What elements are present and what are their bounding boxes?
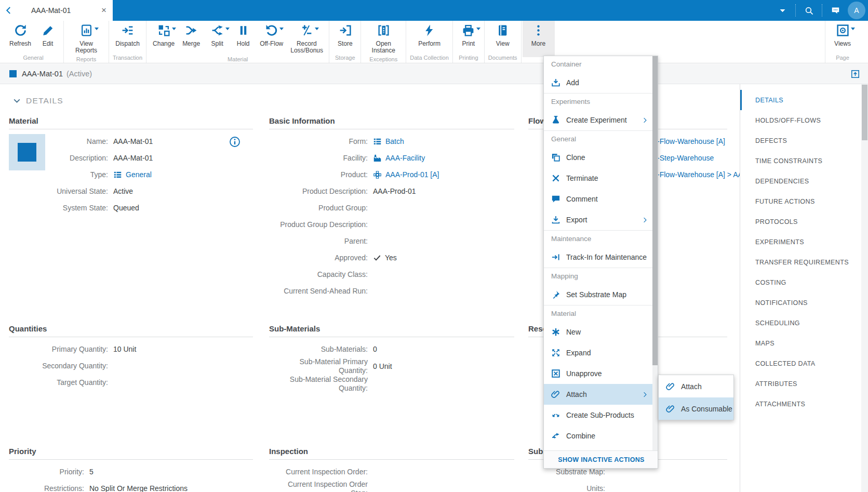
menu-item-comment[interactable]: Comment xyxy=(544,189,653,209)
sidebar-item-protocols[interactable]: PROTOCOLS xyxy=(740,211,861,232)
section-material: MaterialName:AAA-Mat-01Description:AAA-M… xyxy=(9,115,253,216)
page-scrollbar[interactable] xyxy=(861,84,868,492)
merge-icon xyxy=(185,24,198,37)
ribbon-button-record-loss-bonus[interactable]: Record Loss/Bonus xyxy=(287,21,326,55)
ribbon-button-view[interactable]: View xyxy=(490,21,516,48)
sidebar-item-future-actions[interactable]: FUTURE ACTIONS xyxy=(740,191,861,211)
menu-scrollbar-thumb[interactable] xyxy=(652,56,658,365)
ribbon-button-edit[interactable]: Edit xyxy=(35,21,61,48)
page-scrollbar-thumb[interactable] xyxy=(862,85,867,140)
ribbon-button-label: Change xyxy=(153,41,175,47)
more-actions-menu: ContainerAddExperimentsCreate Experiment… xyxy=(543,56,658,469)
menu-item-new[interactable]: New xyxy=(544,322,653,342)
info-icon[interactable] xyxy=(229,136,241,148)
menu-item-track-in-for-maintenance[interactable]: Track-In for Maintenance xyxy=(544,247,653,268)
menu-item-unapprove[interactable]: Unapprove xyxy=(544,363,653,384)
ribbon-button-split[interactable]: Split xyxy=(204,21,230,48)
menu-item-create-experiment[interactable]: Create Experiment xyxy=(544,110,653,130)
sidebar-item-transfer-requirements[interactable]: TRANSFER REQUIREMENTS xyxy=(740,252,861,272)
ribbon-button-label: Open Instance xyxy=(367,41,399,54)
ribbon-button-change[interactable]: Change xyxy=(149,21,178,48)
sidebar-item-scheduling[interactable]: SCHEDULING xyxy=(740,313,861,333)
sidebar-item-collected-data[interactable]: COLLECTED DATA xyxy=(740,353,861,374)
ribbon-button-hold[interactable]: Hold xyxy=(230,21,256,48)
change-icon xyxy=(157,24,170,37)
menu-item-export[interactable]: Export xyxy=(544,209,653,230)
sidebar-item-time-constraints[interactable]: TIME CONSTRAINTS xyxy=(740,151,861,171)
ribbon-group-buttons: Perform xyxy=(409,21,450,54)
field-value: Queued xyxy=(108,204,139,212)
ribbon-button-perform[interactable]: Perform xyxy=(415,21,444,48)
pin-icon xyxy=(551,290,560,299)
change-icon xyxy=(157,24,170,37)
panel-expand-icon[interactable] xyxy=(851,70,860,78)
sidebar-item-maps[interactable]: MAPS xyxy=(740,333,861,353)
refresh-icon xyxy=(14,24,27,37)
menu-scrollbar[interactable] xyxy=(652,56,658,468)
sidebar-item-holds-off-flows[interactable]: HOLDS/OFF-FLOWS xyxy=(740,110,861,130)
workspace-caret-icon[interactable] xyxy=(774,0,790,21)
sidebar-item-dependencies[interactable]: DEPENDENCIES xyxy=(740,171,861,191)
field-row-type: Type:General xyxy=(9,166,253,183)
menu-item-attach[interactable]: Attach xyxy=(544,384,653,405)
sidebar-item-defects[interactable]: DEFECTS xyxy=(740,130,861,151)
sidebar-item-costing[interactable]: COSTING xyxy=(740,272,861,292)
ribbon-group-buttons: Print xyxy=(456,21,482,54)
field-value[interactable]: General xyxy=(108,170,152,179)
chat-icon[interactable] xyxy=(827,0,843,21)
search-icon[interactable] xyxy=(801,0,817,21)
chevron-right-icon xyxy=(642,117,648,124)
ribbon-button-print[interactable]: Print xyxy=(456,21,482,48)
field-value: 10 Unit xyxy=(108,345,136,353)
submenu-item-attach[interactable]: Attach xyxy=(659,375,733,397)
field-label: Product Description: xyxy=(269,187,368,196)
ribbon-button-off-flow[interactable]: Off-Flow xyxy=(256,21,287,48)
ribbon-button-more[interactable]: More xyxy=(523,21,555,57)
sidebar-item-attributes[interactable]: ATTRIBUTES xyxy=(740,374,861,394)
field-value[interactable]: AAA-Prod-01 [A] xyxy=(368,170,439,179)
chevron-down-icon xyxy=(12,97,21,105)
field-value-text: Batch xyxy=(385,137,404,145)
menu-item-expand[interactable]: Expand xyxy=(544,342,653,363)
ribbon-button-views[interactable]: Views xyxy=(830,21,856,48)
menu-item-set-substrate-map[interactable]: Set Substrate Map xyxy=(544,284,653,305)
attach-icon xyxy=(551,390,560,399)
field-label: Facility: xyxy=(269,154,368,163)
menu-item-add[interactable]: Add xyxy=(544,72,653,93)
menu-item-terminate[interactable]: Terminate xyxy=(544,168,653,189)
field-value[interactable]: AAA-Facility xyxy=(368,154,425,163)
back-chevron-icon[interactable] xyxy=(0,0,18,21)
sidebar-item-details[interactable]: DETAILS xyxy=(740,90,861,110)
topbar-divider xyxy=(795,4,796,17)
more-actions-menu-list: ContainerAddExperimentsCreate Experiment… xyxy=(544,56,653,467)
tab-title[interactable]: AAA-Mat-01 xyxy=(18,6,95,15)
tab-close-icon[interactable]: × xyxy=(95,0,113,21)
sidebar-item-notifications[interactable]: NOTIFICATIONS xyxy=(740,292,861,313)
menu-item-combine[interactable]: Combine xyxy=(544,425,653,446)
menu-item-label: Unapprove xyxy=(566,369,648,378)
avatar[interactable]: A xyxy=(848,2,865,19)
ribbon-button-dispatch[interactable]: Dispatch xyxy=(112,21,143,48)
attach-icon xyxy=(666,382,675,391)
menu-item-label: Add xyxy=(566,78,648,87)
section-rows: Primary Quantity:10 UnitSecondary Quanti… xyxy=(9,341,253,391)
subproducts-icon xyxy=(551,410,560,420)
section-rows: Current Inspection Order:Current Inspect… xyxy=(269,463,514,492)
ribbon-button-merge[interactable]: Merge xyxy=(178,21,204,48)
field-label: Universal State: xyxy=(9,187,108,196)
details-collapse-toggle[interactable]: DETAILS xyxy=(12,96,63,105)
field-value[interactable]: Batch xyxy=(368,137,404,146)
merge-icon xyxy=(185,24,198,37)
sidebar-item-attachments[interactable]: ATTACHMENTS xyxy=(740,394,861,414)
more-icon xyxy=(532,24,545,37)
menu-item-clone[interactable]: Clone xyxy=(544,147,653,168)
show-inactive-actions-link[interactable]: SHOW INACTIVE ACTIONS xyxy=(544,450,658,468)
ribbon-button-view-reports[interactable]: View Reports xyxy=(66,21,106,55)
ribbon-button-refresh[interactable]: Refresh xyxy=(6,21,35,48)
ribbon-group-data-collection: PerformData Collection xyxy=(406,21,453,63)
submenu-item-as-consumable[interactable]: As Consumable xyxy=(659,397,733,420)
ribbon-button-open-instance[interactable]: Open Instance xyxy=(364,21,403,55)
ribbon-button-store[interactable]: Store xyxy=(332,21,358,48)
sidebar-item-experiments[interactable]: EXPERIMENTS xyxy=(740,232,861,252)
menu-item-create-sub-products[interactable]: Create Sub-Products xyxy=(544,405,653,425)
